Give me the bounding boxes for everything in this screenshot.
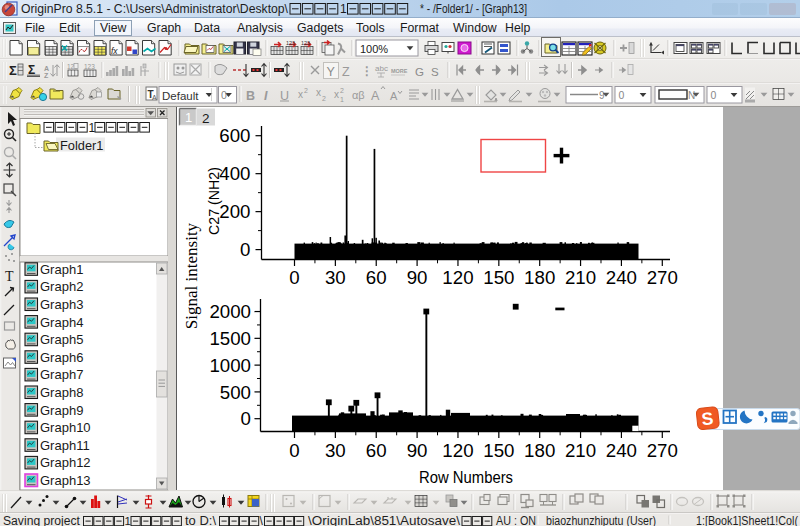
svg-text:180: 180 — [524, 440, 555, 461]
svg-text:Graph12: Graph12 — [40, 455, 91, 470]
svg-text:0: 0 — [289, 440, 299, 461]
svg-text:240: 240 — [606, 267, 637, 288]
svg-text:2: 2 — [340, 87, 344, 94]
svg-text:1500: 1500 — [209, 328, 251, 349]
svg-text:Graph8: Graph8 — [40, 385, 83, 400]
svg-text:Z: Z — [342, 65, 350, 79]
svg-text:File: File — [25, 21, 45, 35]
svg-text:150: 150 — [483, 267, 514, 288]
svg-text:0: 0 — [241, 408, 251, 429]
svg-text:N: N — [688, 90, 695, 101]
svg-text:Data: Data — [194, 21, 220, 35]
svg-text:0: 0 — [619, 89, 625, 101]
svg-text:Help: Help — [505, 21, 530, 35]
svg-text:Default: Default — [162, 90, 199, 102]
svg-text:Graph11: Graph11 — [40, 438, 90, 453]
svg-text:2000: 2000 — [209, 301, 251, 322]
svg-text:Graph3: Graph3 — [40, 297, 83, 312]
svg-text:0: 0 — [221, 89, 227, 101]
svg-text:60: 60 — [366, 440, 387, 461]
svg-text:G: G — [415, 66, 424, 78]
svg-text:400: 400 — [219, 163, 250, 184]
svg-text:Graph4: Graph4 — [40, 315, 83, 330]
svg-text:120: 120 — [442, 267, 473, 288]
svg-text:B: B — [246, 89, 255, 103]
svg-text:Z: Z — [44, 72, 49, 79]
svg-text:A: A — [371, 89, 380, 103]
svg-text:Graph9: Graph9 — [40, 403, 83, 418]
svg-text:A: A — [44, 65, 49, 72]
svg-text:270: 270 — [647, 267, 678, 288]
svg-text:Graph1: Graph1 — [40, 262, 83, 277]
svg-text:Y: Y — [327, 65, 336, 79]
svg-text:T: T — [5, 269, 14, 284]
svg-text:Edit: Edit — [59, 21, 81, 35]
svg-text:90: 90 — [407, 440, 428, 461]
svg-text:1000: 1000 — [209, 355, 251, 376]
svg-text:A: A — [152, 94, 157, 101]
svg-text:Folder1: Folder1 — [60, 138, 103, 153]
svg-text:1:[Book1]Sheet1!Col(: 1:[Book1]Sheet1!Col( — [696, 514, 798, 526]
svg-text:Gadgets: Gadgets — [297, 21, 344, 35]
svg-text:Graph2: Graph2 — [40, 279, 83, 294]
svg-text:0: 0 — [240, 239, 250, 260]
svg-text:Graph5: Graph5 — [40, 332, 83, 347]
svg-text:Analysis: Analysis — [237, 21, 283, 35]
svg-text:S: S — [701, 408, 715, 429]
svg-text:fx: fx — [111, 46, 118, 56]
svg-text:\OriginLab\851\Autosave\: \OriginLab\851\Autosave\ — [308, 514, 461, 526]
svg-text:S: S — [431, 66, 439, 78]
svg-text:210: 210 — [565, 440, 596, 461]
svg-text:240: 240 — [606, 440, 637, 461]
svg-text:Row Numbers: Row Numbers — [419, 468, 513, 486]
svg-text:Graph10: Graph10 — [40, 420, 91, 435]
svg-text:0: 0 — [289, 267, 299, 288]
svg-text:2: 2 — [322, 95, 326, 102]
svg-text:30: 30 — [325, 440, 346, 461]
svg-text:150: 150 — [483, 440, 514, 461]
svg-text:2: 2 — [304, 87, 308, 94]
svg-text:Graph: Graph — [147, 21, 181, 35]
svg-text:Graph6: Graph6 — [40, 350, 83, 365]
svg-text:0: 0 — [711, 89, 717, 101]
svg-text:9: 9 — [599, 90, 605, 101]
svg-text:biaozhunzhiputu (User): biaozhunzhiputu (User) — [546, 514, 656, 526]
svg-text:Signal intensity: Signal intensity — [182, 222, 201, 329]
svg-text:30: 30 — [325, 267, 346, 288]
svg-text:1: 1 — [125, 515, 131, 526]
svg-text:C27 (NH2): C27 (NH2) — [206, 167, 222, 235]
svg-text:View: View — [100, 21, 127, 35]
svg-text:500: 500 — [220, 382, 251, 403]
svg-text:123: 123 — [301, 40, 310, 46]
svg-text:x: x — [316, 87, 321, 98]
svg-text:2: 2 — [202, 111, 210, 126]
svg-text:180: 180 — [524, 267, 555, 288]
svg-text:abc: abc — [375, 64, 388, 73]
svg-text:Saving project: Saving project — [3, 514, 81, 526]
svg-text:120: 120 — [442, 440, 473, 461]
svg-text:I: I — [264, 89, 268, 103]
svg-text:100%: 100% — [360, 43, 388, 55]
svg-text:OriginPro 8.5.1 - C:\Users\Adm: OriginPro 8.5.1 - C:\Users\Administrator… — [21, 2, 289, 16]
svg-text:x: x — [334, 89, 339, 100]
svg-text:x: x — [298, 89, 303, 100]
svg-text:AU : ON: AU : ON — [496, 514, 536, 526]
svg-text:270: 270 — [647, 440, 678, 461]
svg-text:Tools: Tools — [356, 21, 385, 35]
svg-text:1: 1 — [340, 96, 344, 103]
svg-text:A: A — [390, 90, 398, 102]
svg-text:* - /Folder1/ - [Graph13]: * - /Folder1/ - [Graph13] — [420, 2, 527, 16]
svg-text:Format: Format — [400, 21, 440, 35]
svg-text:1: 1 — [340, 2, 347, 16]
svg-text:to D:\: to D:\ — [185, 514, 217, 526]
svg-text:MORE: MORE — [391, 68, 408, 74]
svg-text:60: 60 — [366, 267, 387, 288]
svg-text:αβ: αβ — [352, 89, 365, 101]
svg-text:1: 1 — [185, 110, 192, 125]
svg-text:600: 600 — [219, 125, 250, 146]
svg-text:90: 90 — [407, 267, 428, 288]
svg-text:Graph7: Graph7 — [40, 367, 83, 382]
svg-text:⋮: ⋮ — [361, 64, 373, 78]
svg-text:200: 200 — [219, 201, 250, 222]
svg-text:Window: Window — [453, 21, 497, 35]
